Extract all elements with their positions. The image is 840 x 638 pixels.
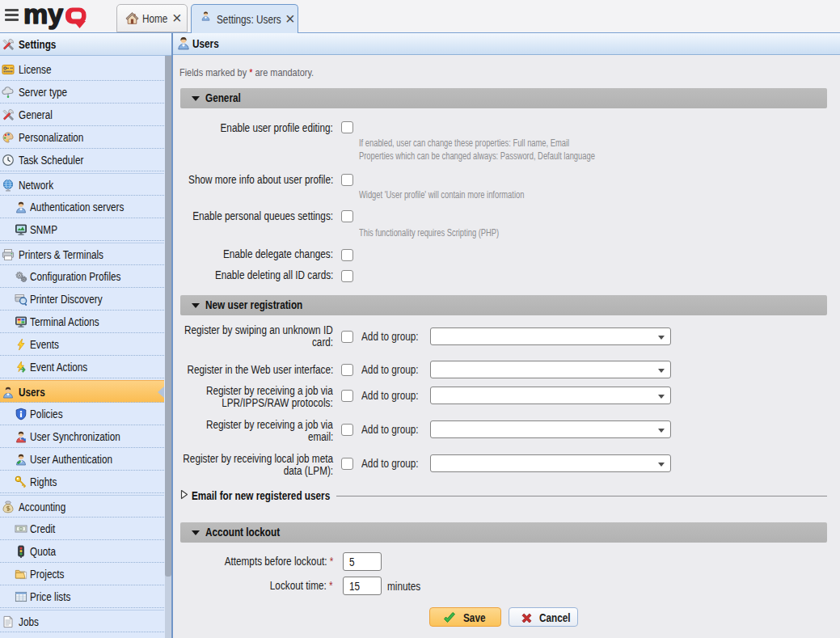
- svg-text:my: my: [23, 2, 63, 29]
